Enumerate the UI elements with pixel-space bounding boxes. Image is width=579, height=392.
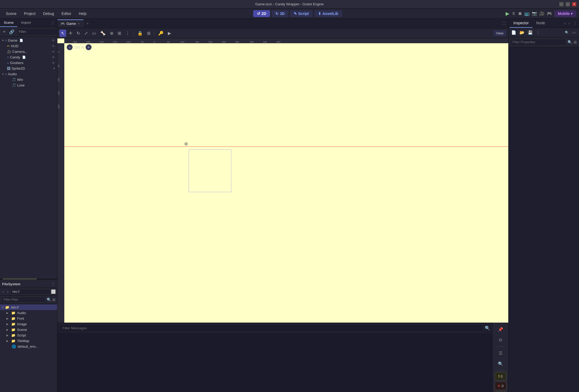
tab-import[interactable]: Import	[17, 19, 35, 27]
filter-messages-search-btn[interactable]: 🔍	[485, 326, 490, 331]
filter-label: Filter:	[19, 30, 27, 34]
tree-item-game[interactable]: ▾ ○ Game 📄 👁	[0, 38, 57, 43]
scene-link-btn[interactable]: 🔗	[8, 29, 16, 35]
group-btn[interactable]: ⊞	[145, 30, 152, 37]
fs-filter-sort-btn[interactable]: ⊞	[52, 298, 55, 302]
menu-help[interactable]: Help	[76, 10, 90, 17]
open-scene-btn[interactable]: 📂	[518, 29, 526, 36]
lock-btn[interactable]: 🔒	[136, 30, 144, 37]
menu-scene[interactable]: Scene	[3, 10, 20, 17]
mode-assetlib-btn[interactable]: ⬇ AssetLib	[314, 10, 342, 17]
fs-filter-input[interactable]	[2, 297, 46, 303]
copy-btn[interactable]: ⧉	[495, 335, 506, 345]
mode-3d-btn[interactable]: ↻ 3D	[272, 10, 288, 17]
zoom-label: 100 %	[74, 45, 84, 49]
zoom-in-btn[interactable]: +	[86, 44, 92, 50]
game-tab-close[interactable]: ✕	[77, 22, 80, 26]
goobers-visibility-icon[interactable]: 👁	[52, 61, 55, 65]
fs-item-default-env[interactable]: 🌐 default_env...	[0, 344, 57, 349]
fs-item-audio[interactable]: ▶ 📁 Audio	[0, 310, 57, 316]
tab-node[interactable]: Node	[533, 19, 549, 28]
tree-item-lose[interactable]: 🎵 Lose	[0, 82, 57, 88]
close-btn[interactable]: ✕	[572, 2, 576, 6]
nav-back-btn[interactable]: ‹	[563, 20, 567, 26]
new-scene-btn[interactable]: 📄	[510, 29, 517, 36]
fs-forward-btn[interactable]: ›	[6, 289, 10, 294]
tree-item-camera[interactable]: 🎥 Camera... 👁	[0, 49, 57, 54]
stop-btn[interactable]: ⏹	[518, 11, 522, 16]
error-counter-btn[interactable]: ✕ 0	[495, 382, 506, 390]
tree-item-goobers[interactable]: ○ Goobers 👁	[0, 60, 57, 66]
camera-visibility-icon[interactable]: 👁	[52, 50, 55, 54]
tree-item-candy[interactable]: ○ Candy 📄 👁	[0, 54, 57, 60]
warning-counter-btn[interactable]: ! 0	[495, 372, 506, 381]
save-scene-btn[interactable]: 💾	[527, 29, 534, 36]
menu-debug[interactable]: Debug	[40, 10, 57, 17]
add-tab-btn[interactable]: +	[84, 19, 91, 27]
scene-filter-input[interactable]	[28, 29, 57, 34]
more-tool-btn[interactable]: ⋮	[124, 30, 131, 37]
editor-tab-game[interactable]: 🎮 Game ✕	[57, 19, 84, 27]
maximize-btn[interactable]: □	[566, 2, 570, 6]
filter-messages-input[interactable]	[60, 324, 483, 332]
fs-item-scene[interactable]: ▶ 📁 Scene	[0, 327, 57, 332]
tab-inspector[interactable]: Inspector	[510, 19, 533, 28]
mode-script-btn[interactable]: ✎ Script	[290, 10, 313, 17]
inspector-more-btn[interactable]: ⋮	[535, 29, 541, 36]
ruler-left-200: 200	[57, 105, 60, 109]
fs-more-btn[interactable]: ⋮	[51, 282, 55, 286]
tree-item-win[interactable]: 🎵 Win	[0, 77, 57, 82]
zoom-out-btn[interactable]: −	[67, 44, 73, 50]
menu-project[interactable]: Project	[21, 10, 39, 17]
grid-tool-btn[interactable]: ⊞	[116, 30, 123, 37]
move-tool-btn[interactable]: ✛	[67, 30, 74, 37]
filter-properties-search-btn[interactable]: 🔍	[568, 40, 572, 44]
nav-forward-btn[interactable]: ›	[568, 20, 571, 26]
scene-scrollbar-h[interactable]	[0, 278, 57, 280]
anim-btn[interactable]: ▶	[166, 30, 173, 37]
bottom-search-btn[interactable]: 🔍	[495, 359, 506, 369]
filter-properties-input[interactable]	[511, 39, 566, 45]
mobile-btn[interactable]: Mobile ▾	[554, 10, 576, 17]
deploy-btn[interactable]: 🎮	[547, 11, 552, 16]
fs-item-tilemap[interactable]: ▶ 📁 TileMap	[0, 338, 57, 344]
history-search-btn[interactable]: 🔍	[564, 30, 570, 35]
scene-add-btn[interactable]: +	[2, 29, 7, 35]
mode-2d-btn[interactable]: ↺ 2D	[253, 10, 270, 17]
scene-panel-more[interactable]: ⋮	[48, 19, 57, 27]
game-visibility-icon[interactable]: 👁	[52, 39, 55, 42]
key-btn[interactable]: 🔑	[157, 30, 165, 37]
menu-editor[interactable]: Editor	[58, 10, 75, 17]
fs-item-script[interactable]: ▶ 📁 Script	[0, 332, 57, 338]
view-btn[interactable]: View	[493, 30, 506, 36]
tree-item-sprite2d[interactable]: 🖼 Sprite2D ▾	[0, 66, 57, 71]
scale-tool-btn[interactable]: ⤢	[83, 30, 89, 37]
tree-item-audio[interactable]: ▾ ○ Audio	[0, 71, 57, 77]
bone-tool-btn[interactable]: 🦴	[99, 30, 107, 37]
pivot-tool-btn[interactable]: ⊕	[108, 30, 115, 37]
hud-visibility-icon[interactable]: 👁	[52, 44, 55, 48]
remote-btn[interactable]: 📺	[524, 11, 530, 16]
pause-btn[interactable]: ⏸	[511, 11, 516, 16]
camera-btn[interactable]: 🎥	[539, 11, 545, 16]
candy-visibility-icon[interactable]: 👁	[52, 56, 55, 59]
play-btn[interactable]: ▶	[506, 11, 509, 17]
fs-item-font[interactable]: ▶ 📁 Font	[0, 316, 57, 321]
fs-filter-search-btn[interactable]: 🔍	[47, 298, 51, 302]
tree-item-hud[interactable]: ✏ HUD 👁	[0, 43, 57, 49]
filter-properties-list-btn[interactable]: ⊞	[574, 40, 577, 44]
fs-item-res[interactable]: ▾ 📁 res://	[0, 304, 57, 310]
pin-btn[interactable]: 📌	[495, 324, 506, 334]
fullscreen-btn[interactable]: ⛶	[499, 20, 508, 27]
filter-btn[interactable]: ☰	[495, 348, 506, 358]
minimize-btn[interactable]: ─	[559, 2, 564, 6]
fs-item-image[interactable]: ▶ 📁 Image	[0, 321, 57, 327]
rotate-tool-btn[interactable]: ↻	[75, 30, 82, 37]
right-more-btn[interactable]: ⋮	[572, 20, 578, 26]
rect-tool-btn[interactable]: ▭	[90, 30, 98, 37]
fs-back-btn[interactable]: ‹	[2, 289, 5, 294]
tab-scene[interactable]: Scene	[0, 19, 17, 27]
select-tool-btn[interactable]: ↖	[60, 30, 66, 37]
history-doc-btn[interactable]: doc	[571, 30, 577, 35]
cinematic-btn[interactable]: 📷	[532, 11, 537, 16]
